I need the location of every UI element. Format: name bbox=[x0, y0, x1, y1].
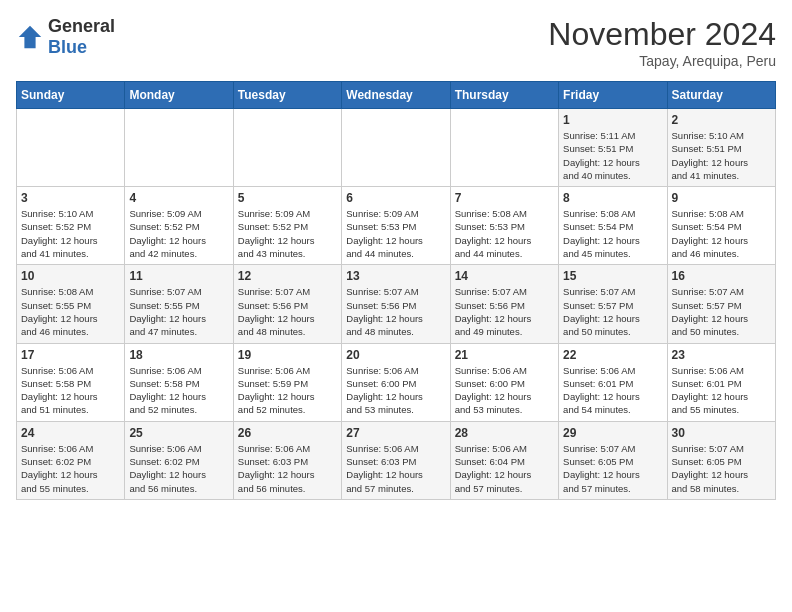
page-header: General Blue November 2024 Tapay, Arequi… bbox=[16, 16, 776, 69]
day-number: 17 bbox=[21, 348, 120, 362]
day-number: 5 bbox=[238, 191, 337, 205]
calendar-cell: 30Sunrise: 5:07 AM Sunset: 6:05 PM Dayli… bbox=[667, 421, 775, 499]
day-number: 1 bbox=[563, 113, 662, 127]
weekday-header-monday: Monday bbox=[125, 82, 233, 109]
day-info: Sunrise: 5:08 AM Sunset: 5:54 PM Dayligh… bbox=[563, 207, 662, 260]
logo: General Blue bbox=[16, 16, 115, 58]
day-number: 4 bbox=[129, 191, 228, 205]
calendar-cell: 23Sunrise: 5:06 AM Sunset: 6:01 PM Dayli… bbox=[667, 343, 775, 421]
day-number: 12 bbox=[238, 269, 337, 283]
calendar-cell: 14Sunrise: 5:07 AM Sunset: 5:56 PM Dayli… bbox=[450, 265, 558, 343]
month-title: November 2024 bbox=[548, 16, 776, 53]
location: Tapay, Arequipa, Peru bbox=[548, 53, 776, 69]
calendar-cell bbox=[233, 109, 341, 187]
calendar-cell: 19Sunrise: 5:06 AM Sunset: 5:59 PM Dayli… bbox=[233, 343, 341, 421]
day-info: Sunrise: 5:11 AM Sunset: 5:51 PM Dayligh… bbox=[563, 129, 662, 182]
day-info: Sunrise: 5:06 AM Sunset: 6:02 PM Dayligh… bbox=[129, 442, 228, 495]
calendar-cell: 15Sunrise: 5:07 AM Sunset: 5:57 PM Dayli… bbox=[559, 265, 667, 343]
day-number: 11 bbox=[129, 269, 228, 283]
svg-marker-0 bbox=[19, 26, 41, 48]
calendar-cell: 16Sunrise: 5:07 AM Sunset: 5:57 PM Dayli… bbox=[667, 265, 775, 343]
day-number: 13 bbox=[346, 269, 445, 283]
day-info: Sunrise: 5:07 AM Sunset: 5:56 PM Dayligh… bbox=[455, 285, 554, 338]
day-number: 29 bbox=[563, 426, 662, 440]
calendar-cell: 8Sunrise: 5:08 AM Sunset: 5:54 PM Daylig… bbox=[559, 187, 667, 265]
day-info: Sunrise: 5:07 AM Sunset: 5:56 PM Dayligh… bbox=[346, 285, 445, 338]
day-number: 22 bbox=[563, 348, 662, 362]
calendar-cell: 12Sunrise: 5:07 AM Sunset: 5:56 PM Dayli… bbox=[233, 265, 341, 343]
day-number: 8 bbox=[563, 191, 662, 205]
calendar-cell: 5Sunrise: 5:09 AM Sunset: 5:52 PM Daylig… bbox=[233, 187, 341, 265]
weekday-header-friday: Friday bbox=[559, 82, 667, 109]
title-block: November 2024 Tapay, Arequipa, Peru bbox=[548, 16, 776, 69]
calendar-cell: 20Sunrise: 5:06 AM Sunset: 6:00 PM Dayli… bbox=[342, 343, 450, 421]
calendar-cell: 22Sunrise: 5:06 AM Sunset: 6:01 PM Dayli… bbox=[559, 343, 667, 421]
calendar-cell: 7Sunrise: 5:08 AM Sunset: 5:53 PM Daylig… bbox=[450, 187, 558, 265]
day-info: Sunrise: 5:07 AM Sunset: 5:56 PM Dayligh… bbox=[238, 285, 337, 338]
day-number: 16 bbox=[672, 269, 771, 283]
weekday-header-sunday: Sunday bbox=[17, 82, 125, 109]
calendar-cell bbox=[450, 109, 558, 187]
week-row-3: 10Sunrise: 5:08 AM Sunset: 5:55 PM Dayli… bbox=[17, 265, 776, 343]
day-info: Sunrise: 5:08 AM Sunset: 5:55 PM Dayligh… bbox=[21, 285, 120, 338]
calendar-cell: 1Sunrise: 5:11 AM Sunset: 5:51 PM Daylig… bbox=[559, 109, 667, 187]
weekday-header-wednesday: Wednesday bbox=[342, 82, 450, 109]
day-info: Sunrise: 5:07 AM Sunset: 5:55 PM Dayligh… bbox=[129, 285, 228, 338]
day-number: 23 bbox=[672, 348, 771, 362]
day-info: Sunrise: 5:06 AM Sunset: 6:00 PM Dayligh… bbox=[455, 364, 554, 417]
weekday-header-tuesday: Tuesday bbox=[233, 82, 341, 109]
day-number: 28 bbox=[455, 426, 554, 440]
calendar-cell: 11Sunrise: 5:07 AM Sunset: 5:55 PM Dayli… bbox=[125, 265, 233, 343]
day-number: 20 bbox=[346, 348, 445, 362]
logo-icon bbox=[16, 23, 44, 51]
calendar-cell: 18Sunrise: 5:06 AM Sunset: 5:58 PM Dayli… bbox=[125, 343, 233, 421]
day-info: Sunrise: 5:06 AM Sunset: 5:58 PM Dayligh… bbox=[129, 364, 228, 417]
calendar-cell: 21Sunrise: 5:06 AM Sunset: 6:00 PM Dayli… bbox=[450, 343, 558, 421]
calendar-cell: 25Sunrise: 5:06 AM Sunset: 6:02 PM Dayli… bbox=[125, 421, 233, 499]
day-info: Sunrise: 5:08 AM Sunset: 5:53 PM Dayligh… bbox=[455, 207, 554, 260]
calendar-cell: 9Sunrise: 5:08 AM Sunset: 5:54 PM Daylig… bbox=[667, 187, 775, 265]
calendar-cell: 4Sunrise: 5:09 AM Sunset: 5:52 PM Daylig… bbox=[125, 187, 233, 265]
calendar-cell: 29Sunrise: 5:07 AM Sunset: 6:05 PM Dayli… bbox=[559, 421, 667, 499]
week-row-4: 17Sunrise: 5:06 AM Sunset: 5:58 PM Dayli… bbox=[17, 343, 776, 421]
weekday-header-thursday: Thursday bbox=[450, 82, 558, 109]
day-number: 2 bbox=[672, 113, 771, 127]
day-info: Sunrise: 5:06 AM Sunset: 5:59 PM Dayligh… bbox=[238, 364, 337, 417]
week-row-2: 3Sunrise: 5:10 AM Sunset: 5:52 PM Daylig… bbox=[17, 187, 776, 265]
calendar-cell: 24Sunrise: 5:06 AM Sunset: 6:02 PM Dayli… bbox=[17, 421, 125, 499]
day-info: Sunrise: 5:10 AM Sunset: 5:51 PM Dayligh… bbox=[672, 129, 771, 182]
day-info: Sunrise: 5:10 AM Sunset: 5:52 PM Dayligh… bbox=[21, 207, 120, 260]
day-number: 25 bbox=[129, 426, 228, 440]
day-info: Sunrise: 5:09 AM Sunset: 5:52 PM Dayligh… bbox=[129, 207, 228, 260]
day-number: 6 bbox=[346, 191, 445, 205]
calendar-cell: 27Sunrise: 5:06 AM Sunset: 6:03 PM Dayli… bbox=[342, 421, 450, 499]
day-number: 21 bbox=[455, 348, 554, 362]
day-number: 19 bbox=[238, 348, 337, 362]
day-info: Sunrise: 5:07 AM Sunset: 6:05 PM Dayligh… bbox=[672, 442, 771, 495]
logo-blue-text: Blue bbox=[48, 37, 87, 57]
day-number: 9 bbox=[672, 191, 771, 205]
calendar-cell: 3Sunrise: 5:10 AM Sunset: 5:52 PM Daylig… bbox=[17, 187, 125, 265]
day-info: Sunrise: 5:06 AM Sunset: 5:58 PM Dayligh… bbox=[21, 364, 120, 417]
day-info: Sunrise: 5:07 AM Sunset: 5:57 PM Dayligh… bbox=[672, 285, 771, 338]
calendar-cell: 6Sunrise: 5:09 AM Sunset: 5:53 PM Daylig… bbox=[342, 187, 450, 265]
calendar-cell: 13Sunrise: 5:07 AM Sunset: 5:56 PM Dayli… bbox=[342, 265, 450, 343]
calendar-cell: 17Sunrise: 5:06 AM Sunset: 5:58 PM Dayli… bbox=[17, 343, 125, 421]
day-number: 27 bbox=[346, 426, 445, 440]
calendar-cell: 10Sunrise: 5:08 AM Sunset: 5:55 PM Dayli… bbox=[17, 265, 125, 343]
day-info: Sunrise: 5:06 AM Sunset: 6:04 PM Dayligh… bbox=[455, 442, 554, 495]
day-info: Sunrise: 5:08 AM Sunset: 5:54 PM Dayligh… bbox=[672, 207, 771, 260]
day-info: Sunrise: 5:06 AM Sunset: 6:00 PM Dayligh… bbox=[346, 364, 445, 417]
calendar-cell bbox=[125, 109, 233, 187]
day-number: 24 bbox=[21, 426, 120, 440]
day-number: 30 bbox=[672, 426, 771, 440]
weekday-header-saturday: Saturday bbox=[667, 82, 775, 109]
day-number: 7 bbox=[455, 191, 554, 205]
day-info: Sunrise: 5:07 AM Sunset: 6:05 PM Dayligh… bbox=[563, 442, 662, 495]
day-info: Sunrise: 5:06 AM Sunset: 6:01 PM Dayligh… bbox=[563, 364, 662, 417]
day-number: 10 bbox=[21, 269, 120, 283]
day-info: Sunrise: 5:09 AM Sunset: 5:52 PM Dayligh… bbox=[238, 207, 337, 260]
day-info: Sunrise: 5:06 AM Sunset: 6:03 PM Dayligh… bbox=[238, 442, 337, 495]
calendar-cell: 28Sunrise: 5:06 AM Sunset: 6:04 PM Dayli… bbox=[450, 421, 558, 499]
week-row-5: 24Sunrise: 5:06 AM Sunset: 6:02 PM Dayli… bbox=[17, 421, 776, 499]
